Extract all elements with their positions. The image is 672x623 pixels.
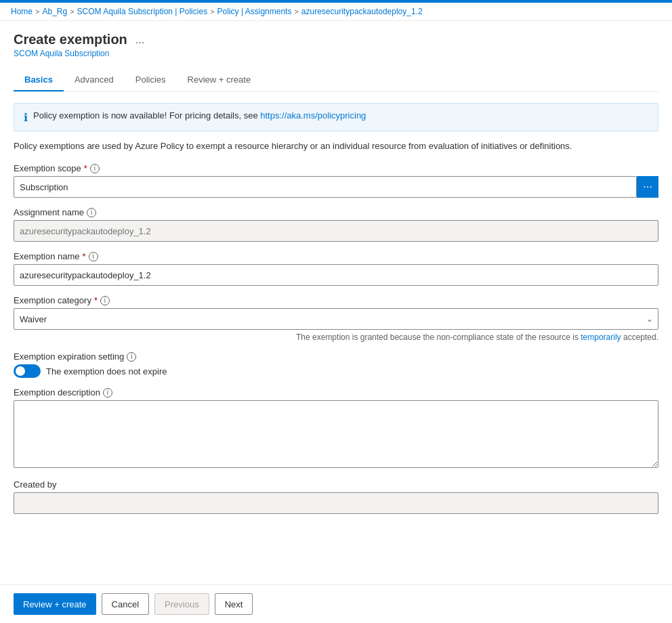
exemption-description-label: Exemption description i [14,387,658,398]
exemption-name-input[interactable] [14,264,658,286]
breadcrumb-sep-2: > [70,7,74,16]
info-banner-link[interactable]: https://aka.ms/policypricing [260,110,366,121]
next-button[interactable]: Next [215,593,253,603]
exemption-category-section: Exemption category * i Waiver Mitigated … [14,295,658,342]
breadcrumb-ab-rg[interactable]: Ab_Rg [42,7,67,16]
exemption-description-info-icon[interactable]: i [103,388,112,398]
exemption-category-info-icon[interactable]: i [100,296,110,305]
cancel-button[interactable]: Cancel [102,593,149,603]
created-by-label: Created by [14,479,658,490]
exemption-category-label: Exemption category * i [14,295,658,305]
created-by-input [14,492,658,514]
description-text: Policy exemptions are used by Azure Poli… [14,141,658,151]
exemption-expiration-label: Exemption expiration setting i [14,351,658,362]
exemption-name-label: Exemption name * i [14,251,658,261]
exemption-description-textarea[interactable] [14,400,658,468]
exemption-scope-info-icon[interactable]: i [90,164,100,173]
breadcrumb-deploy[interactable]: azuresecuritypackautodeploy_1.2 [301,7,423,16]
breadcrumb-sep-1: > [35,7,39,16]
exemption-name-info-icon[interactable]: i [89,252,98,261]
exemption-expiration-info-icon[interactable]: i [127,352,136,362]
assignment-name-section: Assignment name i [14,207,658,242]
info-icon: ℹ [24,111,28,124]
page-title: Create exemption [14,32,127,47]
review-create-button[interactable]: Review + create [14,593,96,603]
main-content: Create exemption ... SCOM Aquila Subscri… [0,21,672,603]
tab-advanced[interactable]: Advanced [64,69,125,91]
previous-button: Previous [154,593,209,603]
required-marker-3: * [94,295,98,305]
waiver-highlight: temporarily [581,332,621,342]
exemption-expiration-toggle[interactable] [14,364,41,378]
breadcrumb: Home > Ab_Rg > SCOM Aquila Subscription … [0,3,672,21]
required-marker-2: * [83,251,86,261]
toggle-slider [14,364,41,378]
assignment-name-label: Assignment name i [14,207,658,217]
breadcrumb-sep-4: > [294,7,298,16]
info-banner-text: Policy exemption is now available! For p… [33,110,366,121]
exemption-category-select[interactable]: Waiver Mitigated [14,308,658,330]
footer-bar: Review + create Cancel Previous Next [0,584,672,603]
tab-basics[interactable]: Basics [14,69,64,91]
tabs-container: Basics Advanced Policies Review + create [14,69,658,92]
breadcrumb-sep-3: > [210,7,214,16]
ellipsis-button[interactable]: ... [133,33,147,47]
tab-review-create[interactable]: Review + create [177,69,262,91]
info-banner: ℹ Policy exemption is now available! For… [14,103,658,131]
exemption-scope-label: Exemption scope * i [14,163,658,173]
assignment-name-input [14,220,658,242]
breadcrumb-policies[interactable]: SCOM Aquila Subscription | Policies [77,7,208,16]
breadcrumb-home[interactable]: Home [11,7,33,16]
exemption-expiration-section: Exemption expiration setting i The exemp… [14,351,658,378]
assignment-name-info-icon[interactable]: i [87,208,96,217]
waiver-description: The exemption is granted because the non… [14,332,658,342]
exemption-expiration-toggle-label: The exemption does not expire [46,366,167,377]
exemption-name-section: Exemption name * i [14,251,658,286]
created-by-section: Created by [14,479,658,514]
exemption-description-section: Exemption description i [14,387,658,470]
exemption-scope-browse-button[interactable]: ⋯ [637,176,658,198]
breadcrumb-assignments[interactable]: Policy | Assignments [217,7,292,16]
tab-policies[interactable]: Policies [125,69,177,91]
page-subtitle: SCOM Aquila Subscription [14,49,658,58]
exemption-scope-section: Exemption scope * i ⋯ [14,163,658,198]
exemption-scope-input[interactable] [14,176,637,198]
required-marker: * [84,163,87,173]
